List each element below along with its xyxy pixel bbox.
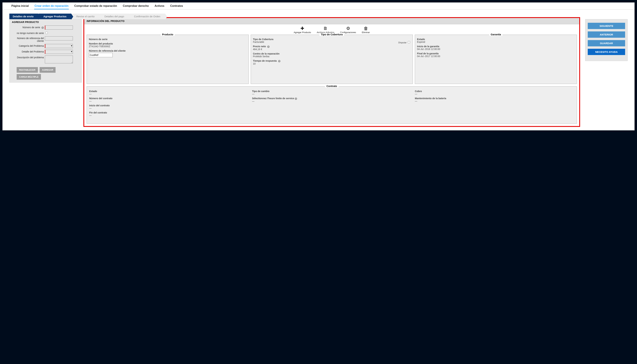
custref-label: Número de referencia del cliente xyxy=(12,36,45,42)
dispute-label: Disputar xyxy=(398,41,406,44)
card-warranty: Garantía EstadoExpired Inicio de la gara… xyxy=(415,35,577,84)
info-icon: i xyxy=(278,60,280,62)
card-coverage: Tipo de Cobertura Tipo de Cobertura Fact… xyxy=(251,35,413,84)
step-add-products[interactable]: Agregar Productos xyxy=(39,14,71,19)
card-title: Contrato xyxy=(325,84,338,88)
previous-button[interactable]: ANTERIOR xyxy=(588,32,625,38)
problem-detail-label: Detalle del Problema xyxy=(12,50,45,53)
tab-home[interactable]: Página inicial xyxy=(11,4,29,9)
service-limit-label: Sélectionnez l'heure limite de service xyxy=(252,97,294,100)
contract-end-value: — xyxy=(89,114,249,117)
charge-label: Cobro xyxy=(415,90,574,92)
warranty-start-value: 04-Jul.-2016 12:00:00 xyxy=(417,48,575,50)
dispute-checkbox[interactable] xyxy=(408,41,410,43)
warranty-end-label: Final de la garantía xyxy=(417,52,575,55)
serial-input[interactable] xyxy=(45,26,73,30)
save-button[interactable]: GUARDAR xyxy=(588,40,625,46)
add-product-panel: AGREGAR PRODUCTO Número de serie i no te… xyxy=(9,19,82,82)
step-shipping-details[interactable]: Detalles de envío xyxy=(9,14,38,19)
warranty-start-label: Inicio de la garantía xyxy=(417,45,575,48)
info-icon: i xyxy=(42,26,44,29)
bulk-upload-button[interactable]: CARGA MÚLTIPLE xyxy=(17,74,41,80)
gear-icon: ⚙ xyxy=(340,26,356,31)
card-producto: Producto Número de serie Nombre del prod… xyxy=(87,35,249,84)
tab-check-right[interactable]: Comprobar derecho xyxy=(122,4,149,9)
coverage-type-label: Tipo de Cobertura xyxy=(253,38,410,40)
toolbar-add-product[interactable]: ✚Agregar Producto xyxy=(294,26,311,34)
card-contract: Contrato Estado— Número del contrato— In… xyxy=(87,86,577,124)
charge-value: — xyxy=(415,92,574,95)
problem-description-label: Descripción del problema xyxy=(12,56,45,59)
contract-number-value: — xyxy=(89,100,249,102)
serial-label: Número de serie xyxy=(89,38,246,40)
exchange-type-value: — xyxy=(252,92,412,95)
info-icon: i xyxy=(267,46,270,48)
toolbar-configurations[interactable]: ⚙Configuraciones xyxy=(340,26,356,34)
contract-end-label: Fin del contrato xyxy=(89,111,249,114)
repair-center-value: ProMobi Serbia xyxy=(253,55,410,58)
serial-label: Número de serie xyxy=(22,26,40,29)
tab-create-repair[interactable]: Crear orden de reparación xyxy=(34,4,69,9)
action-panel: SIGUIENTE ANTERIOR GUARDAR NECESITO AYUD… xyxy=(585,19,628,61)
next-button[interactable]: SIGUIENTE xyxy=(588,23,625,29)
tab-contracts[interactable]: Contratos xyxy=(170,4,184,9)
battery-maint-label: Mantenimiento de la batería xyxy=(415,97,574,100)
battery-maint-value: — xyxy=(415,100,574,102)
problem-detail-select[interactable] xyxy=(45,50,73,54)
no-serial-checkbox[interactable] xyxy=(46,32,48,34)
repair-center-label: Centro de la reparación xyxy=(253,52,410,55)
contract-number-label: Número del contrato xyxy=(89,97,249,100)
warranty-end-value: 04-Jul.-2017 12:00:00 xyxy=(417,55,575,58)
step-payment-details[interactable]: Detalles del pago xyxy=(100,14,129,19)
file-icon: 🗎 xyxy=(317,26,334,31)
contract-start-value: — xyxy=(89,107,249,110)
main-tabs: Página inicial Crear orden de reparación… xyxy=(2,2,634,10)
problem-category-label: Categoría del Problema xyxy=(12,44,45,47)
plus-icon: ✚ xyxy=(294,26,311,31)
add-product-title: AGREGAR PRODUCTO xyxy=(12,21,79,24)
toolbar-delete[interactable]: 🗑Eliminar xyxy=(362,26,370,34)
no-serial-label: no tengo numero de serie xyxy=(12,31,45,34)
response-time-value: 10 xyxy=(253,62,410,65)
net-price-value: 464,16 € xyxy=(253,48,410,50)
contract-status-value: — xyxy=(89,92,249,95)
exchange-type-label: Tipo de cambio xyxy=(252,90,412,92)
card-title: Garantía xyxy=(490,33,502,36)
reset-button[interactable]: RESTABLECER xyxy=(17,67,38,73)
card-title: Tipo de Cobertura xyxy=(320,33,344,36)
service-limit-value: — xyxy=(252,100,412,102)
net-price-label: Precio neto xyxy=(253,45,266,48)
toolbar-attachments[interactable]: 🗎Archivos Adjuntos xyxy=(317,26,334,34)
problem-category-select[interactable] xyxy=(45,44,73,48)
tab-check-status[interactable]: Comprobar estado de reparación xyxy=(74,4,118,9)
trash-icon: 🗑 xyxy=(362,26,370,31)
warranty-status-value: Expired xyxy=(417,40,575,43)
card-title: Producto xyxy=(161,33,174,36)
custref-input[interactable] xyxy=(89,53,112,57)
add-button[interactable]: AGREGAR xyxy=(40,67,56,73)
product-info-panel: INFORMACIÓN DEL PRODUCTO ✚Agregar Produc… xyxy=(84,17,580,127)
contract-start-label: Inicio del contrato xyxy=(89,104,249,107)
info-icon: i xyxy=(295,98,297,100)
custref-label: Número de referencia del cliente xyxy=(89,50,246,52)
product-name-label: Nombre del producto xyxy=(89,42,246,45)
custref-input[interactable] xyxy=(45,36,73,40)
response-time-label: Tiempo de respuesta xyxy=(253,60,277,62)
contract-status-label: Estado xyxy=(89,90,249,92)
problem-description-textarea[interactable] xyxy=(45,56,73,63)
tab-assets[interactable]: Activos xyxy=(154,4,165,9)
step-order-confirmation[interactable]: Confirmación de Orden xyxy=(129,14,165,19)
product-name-value: ZT41042-T0E0000Z xyxy=(89,45,246,48)
help-button[interactable]: NECESITO AYUDA xyxy=(588,49,625,55)
coverage-type-value: Facturable xyxy=(253,40,264,43)
step-review-cart[interactable]: Revise el carrito xyxy=(72,14,99,19)
warranty-status-label: Estado xyxy=(417,38,575,40)
